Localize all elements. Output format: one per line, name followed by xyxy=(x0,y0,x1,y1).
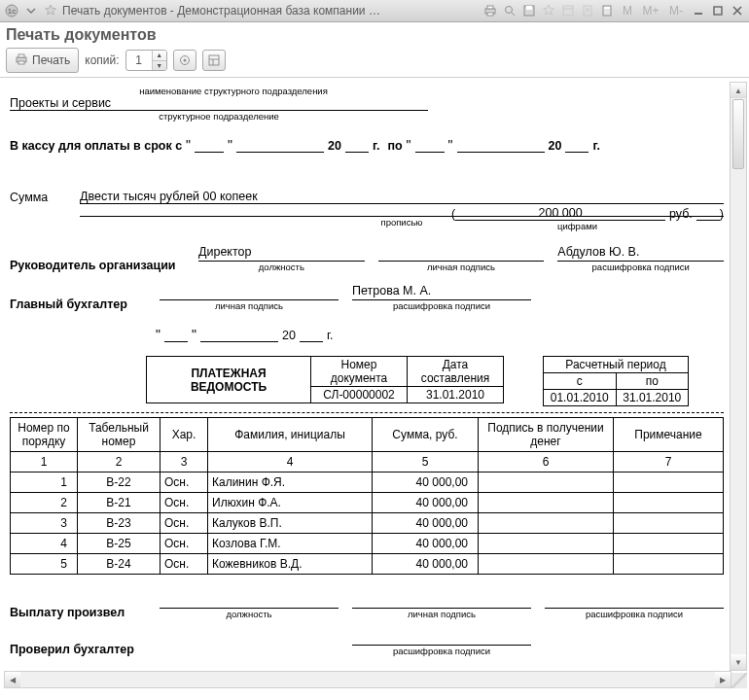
svg-rect-8 xyxy=(526,6,532,10)
search-icon[interactable] xyxy=(502,3,517,18)
copies-down-icon[interactable]: ▼ xyxy=(153,60,166,71)
pay-to-month xyxy=(457,138,545,153)
mem-mm[interactable]: M- xyxy=(665,4,687,18)
h1: 1 xyxy=(11,452,78,472)
docnum-l1: Номер xyxy=(315,358,403,371)
col4: Фамилия, инициалы xyxy=(208,418,373,452)
scroll-v-thumb[interactable] xyxy=(732,99,744,169)
date-month xyxy=(200,328,278,342)
period-table: Расчетный период с по 01.01.2010 31.01.2… xyxy=(543,356,689,406)
close-icon[interactable] xyxy=(730,3,745,18)
payroll-table: Номер попорядку Табельныйномер Хар. Фами… xyxy=(10,417,724,575)
svg-rect-3 xyxy=(487,6,493,9)
table-row: 2В-21Осн.Илюхин Ф.А.40 000,00 xyxy=(11,493,724,513)
svg-rect-4 xyxy=(487,13,493,16)
sum-words: Двести тысяч рублей 00 копеек xyxy=(80,190,724,204)
col1-l2: порядку xyxy=(15,435,73,448)
h3: 3 xyxy=(160,452,208,472)
copies-stepper[interactable]: 1 ▲ ▼ xyxy=(125,50,167,71)
cell-fio: Кожевников В.Д. xyxy=(208,554,373,575)
pay-prefix: В кассу для оплаты в срок с xyxy=(10,139,182,153)
svg-rect-9 xyxy=(563,6,573,16)
subunit-caption-top: наименование структурного подразделения xyxy=(136,86,331,96)
cell-sign xyxy=(479,554,614,575)
pay-to: по xyxy=(387,139,402,153)
paidby-label: Выплату произвел xyxy=(10,606,146,619)
col6-l1: Подпись в получении xyxy=(482,421,609,435)
table-row: 5В-24Осн.Кожевников В.Д.40 000,00 xyxy=(11,554,724,575)
h5: 5 xyxy=(373,452,479,472)
copies-up-icon[interactable]: ▲ xyxy=(153,51,166,60)
tool1-icon[interactable] xyxy=(560,3,576,18)
document-viewport: наименование структурного подразделения … xyxy=(0,78,749,690)
resize-grip[interactable] xyxy=(731,673,747,688)
scroll-left-icon[interactable]: ◀ xyxy=(5,672,20,687)
pay-to-year-suffix: г. xyxy=(592,139,599,153)
checked-name-cap: расшифровка подписи xyxy=(352,646,531,656)
mem-mp[interactable]: M+ xyxy=(640,4,661,18)
copies-value: 1 xyxy=(126,51,152,70)
paidby-name-cap: расшифровка подписи xyxy=(545,609,724,619)
cell-sum: 40 000,00 xyxy=(373,554,479,575)
cell-sign xyxy=(479,493,614,513)
svg-rect-17 xyxy=(714,7,722,15)
sum-digits: 200 000 xyxy=(455,206,665,221)
quote-open1: " xyxy=(186,137,191,153)
period-from-label: с xyxy=(544,373,617,390)
acc-label: Главный бухгалтер xyxy=(10,298,146,311)
table-row: 4В-25Осн.Козлова Г.М.40 000,00 xyxy=(11,534,724,554)
favorite-icon[interactable] xyxy=(541,3,556,18)
period-to: 31.01.2010 xyxy=(616,390,689,406)
scroll-down-icon[interactable]: ▼ xyxy=(731,654,746,670)
sum-digits-cap: цифрами xyxy=(10,221,724,231)
print-button[interactable]: Печать xyxy=(6,48,79,73)
copies-label: копий: xyxy=(85,53,119,67)
date-year-suffix: г. xyxy=(327,329,334,342)
calc-icon[interactable] xyxy=(599,3,615,18)
head-pos-cap: должность xyxy=(198,262,365,272)
cell-sign xyxy=(479,534,614,554)
docnum-value: СЛ-00000002 xyxy=(311,387,408,403)
star-icon[interactable] xyxy=(43,3,58,18)
table-row: 1В-22Осн.Калинин Ф.Я.40 000,00 xyxy=(11,472,724,493)
print-icon xyxy=(15,52,28,69)
svg-line-6 xyxy=(512,13,515,16)
mem-m[interactable]: M xyxy=(619,4,636,18)
pay-from-day xyxy=(195,138,224,153)
cell-tab: В-23 xyxy=(78,513,160,534)
h2: 2 xyxy=(78,452,160,472)
maximize-icon[interactable] xyxy=(710,3,726,18)
date-year xyxy=(300,328,323,342)
settings-button[interactable] xyxy=(173,50,196,71)
svg-rect-21 xyxy=(18,54,24,57)
layout-button[interactable] xyxy=(202,50,226,71)
col5: Сумма, руб. xyxy=(373,418,479,452)
pay-to-day xyxy=(415,138,445,153)
quote-close2: " xyxy=(448,137,453,153)
cell-har: Осн. xyxy=(160,513,208,534)
scrollbar-horizontal[interactable]: ◀ ▶ xyxy=(4,671,731,688)
date-q1: " xyxy=(156,327,160,342)
col1-l1: Номер по xyxy=(15,421,73,435)
tool2-icon[interactable] xyxy=(580,3,595,18)
sum-label: Сумма xyxy=(10,191,66,204)
quote-open2: " xyxy=(407,137,411,153)
pay-from-year xyxy=(345,138,369,153)
h4: 4 xyxy=(208,452,373,472)
cell-sum: 40 000,00 xyxy=(373,472,479,493)
pay-from-month xyxy=(236,138,324,153)
cell-sum: 40 000,00 xyxy=(373,493,479,513)
doc-title-l1: ПЛАТЕЖНАЯ xyxy=(151,367,306,380)
col7: Примечание xyxy=(614,418,724,452)
paidby-pos-cap: должность xyxy=(160,609,339,619)
save-icon[interactable] xyxy=(521,3,537,18)
scroll-up-icon[interactable]: ▲ xyxy=(731,83,746,98)
minimize-icon[interactable] xyxy=(691,3,706,18)
cell-tab: В-25 xyxy=(78,534,160,554)
scroll-right-icon[interactable]: ▶ xyxy=(715,672,731,687)
dropdown-icon[interactable] xyxy=(23,3,39,18)
print-icon[interactable] xyxy=(482,3,498,18)
scrollbar-vertical[interactable]: ▲ ▼ xyxy=(730,82,747,671)
docdate-l2: составления xyxy=(411,371,499,385)
cell-har: Осн. xyxy=(160,554,208,575)
